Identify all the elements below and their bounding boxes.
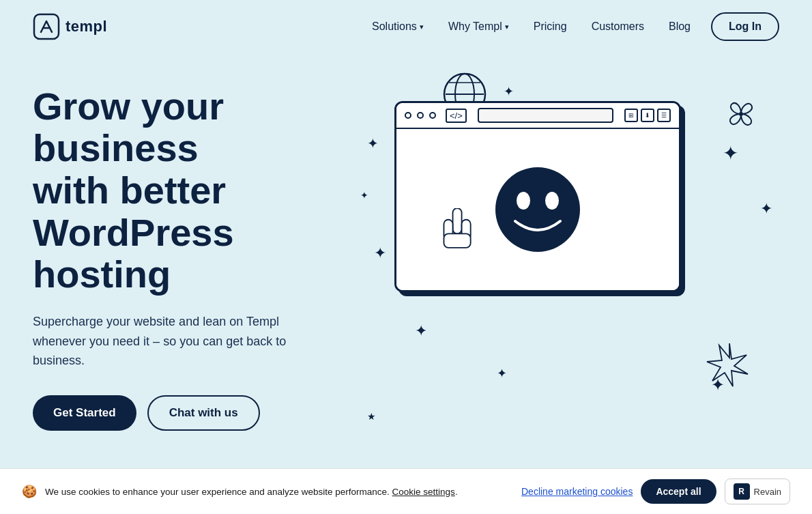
hero-subtext: Supercharge your website and lean on Tem…: [33, 312, 319, 371]
pinwheel-icon: [723, 96, 760, 133]
svg-rect-13: [444, 233, 470, 248]
accept-cookies-button[interactable]: Accept all: [641, 479, 716, 504]
smiley-face: [493, 165, 582, 254]
star-deco-10: ★: [367, 411, 376, 422]
cookie-settings-link[interactable]: Cookie settings: [392, 487, 455, 497]
browser-icon-2: ⬇: [641, 109, 654, 122]
browser-icon-1: ⊞: [624, 109, 638, 122]
cursor-hand-icon: [437, 208, 478, 256]
browser-address-bar: [478, 108, 613, 123]
chevron-down-icon: ▾: [420, 23, 424, 31]
star-deco-6: ✦: [760, 200, 772, 218]
logo[interactable]: templ: [33, 13, 107, 40]
browser-code-icon: </>: [446, 109, 467, 123]
decline-cookies-button[interactable]: Decline marketing cookies: [521, 486, 633, 497]
nav-why-templ[interactable]: Why Templ ▾: [439, 15, 519, 38]
cookie-icon: 🍪: [22, 484, 37, 499]
star-deco-8: ✦: [497, 366, 507, 381]
browser-dot-2: [417, 112, 424, 119]
revain-badge[interactable]: R Revain: [725, 479, 790, 504]
svg-point-8: [517, 192, 530, 210]
logo-text: templ: [66, 18, 107, 35]
star-deco-9: ✦: [711, 375, 725, 395]
cookie-bar: 🍪 We use cookies to enhance your user ex…: [0, 468, 812, 514]
star-deco-2: ✦: [367, 135, 379, 152]
revain-logo: R: [734, 483, 750, 500]
hero-headline: Grow your business with better WordPress…: [33, 85, 360, 296]
starburst-icon: [706, 340, 753, 388]
svg-point-6: [739, 112, 743, 116]
get-started-button[interactable]: Get Started: [33, 395, 136, 431]
navbar: templ Solutions ▾ Why Templ ▾ Pricing Cu…: [0, 0, 812, 53]
svg-rect-10: [453, 208, 462, 233]
svg-point-9: [545, 192, 559, 210]
nav-solutions[interactable]: Solutions ▾: [362, 15, 433, 38]
nav-customers[interactable]: Customers: [582, 15, 654, 38]
nav-links: Solutions ▾ Why Templ ▾ Pricing Customer…: [362, 12, 779, 41]
browser-body: [396, 129, 679, 290]
browser-icon-3: ☰: [657, 109, 671, 122]
star-deco-4: ✦: [374, 244, 386, 262]
login-button[interactable]: Log In: [711, 12, 779, 41]
cookie-text: We use cookies to enhance your user expe…: [45, 487, 513, 497]
svg-rect-0: [34, 14, 59, 39]
svg-point-7: [495, 167, 580, 252]
hero-section: Grow your business with better WordPress…: [0, 53, 812, 436]
hero-buttons: Get Started Chat with us: [33, 395, 360, 431]
hero-illustration: ✦ ✦ ✦ ✦ ✦ ✦ ✦ ✦ ✦ ★: [360, 81, 779, 436]
hero-text: Grow your business with better WordPress…: [33, 85, 360, 431]
chevron-down-icon: ▾: [505, 23, 509, 31]
chat-with-us-button[interactable]: Chat with us: [147, 395, 260, 431]
browser-topbar: </> ⊞ ⬇ ☰: [396, 103, 679, 129]
nav-blog[interactable]: Blog: [659, 15, 700, 38]
star-deco-5: ✦: [723, 142, 738, 165]
browser-window: </> ⊞ ⬇ ☰: [394, 101, 681, 292]
nav-pricing[interactable]: Pricing: [524, 15, 577, 38]
star-deco-1: ✦: [504, 84, 514, 99]
star-deco-3: ✦: [360, 190, 368, 201]
browser-dot-3: [429, 112, 436, 119]
browser-action-icons: ⊞ ⬇ ☰: [624, 109, 671, 122]
logo-icon: [33, 13, 60, 40]
browser-dot-1: [405, 112, 411, 119]
star-deco-7: ✦: [415, 322, 427, 340]
